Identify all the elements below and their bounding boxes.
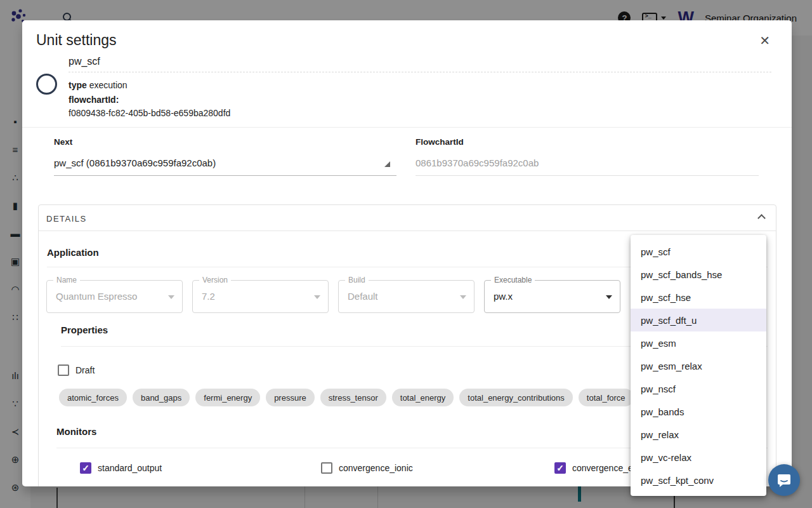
draft-checkbox[interactable] bbox=[58, 364, 69, 376]
next-value[interactable]: pw_scf (0861b9370a69c959fa92c0ab) bbox=[54, 157, 396, 168]
property-chip[interactable]: total_energy_contributions bbox=[459, 389, 573, 406]
flowchart-id-label-line: flowchartId: bbox=[69, 95, 119, 105]
property-chips: atomic_forces band_gaps fermi_energy pre… bbox=[59, 388, 681, 407]
dropdown-option[interactable]: pw_vc-relax bbox=[631, 446, 766, 469]
details-header-label: DETAILS bbox=[46, 214, 87, 224]
close-icon[interactable]: ✕ bbox=[759, 34, 770, 47]
properties-section-title: Properties bbox=[61, 324, 108, 335]
unit-node-icon bbox=[36, 74, 57, 95]
property-chip[interactable]: stress_tensor bbox=[320, 389, 386, 406]
caret-down-icon bbox=[168, 295, 174, 299]
flowchart-id-label: flowchartId: bbox=[69, 95, 119, 105]
executable-select-value: pw.x bbox=[494, 291, 513, 302]
dropdown-option[interactable]: pw_scf bbox=[631, 240, 766, 263]
build-select-value: Default bbox=[348, 291, 378, 302]
version-select-value: 7.2 bbox=[202, 291, 215, 302]
monitors-section-title: Monitors bbox=[56, 426, 96, 437]
executable-select[interactable]: Executable pw.x bbox=[484, 280, 620, 313]
type-label: type bbox=[69, 80, 87, 90]
property-chip[interactable]: total_energy bbox=[392, 389, 454, 406]
chevron-up-icon[interactable] bbox=[757, 214, 766, 222]
unit-name[interactable]: pw_scf bbox=[69, 56, 100, 67]
dropdown-option[interactable]: pw_scf_bands_hse bbox=[631, 263, 766, 286]
build-select: Build Default bbox=[338, 280, 475, 313]
dropdown-option[interactable]: pw_esm bbox=[631, 331, 766, 354]
draft-checkbox-row[interactable]: Draft bbox=[58, 364, 95, 376]
dropdown-option-selected[interactable]: pw_scf_dft_u bbox=[631, 309, 766, 331]
flowchart-id-value: f0809438-fc82-405b-bd58-e659ba280dfd bbox=[69, 108, 230, 118]
draft-label: Draft bbox=[75, 365, 95, 375]
screen: ? W Seminar Organization ▪ ≡ ∴ ▮ ▬ ▣ ◠ ∷… bbox=[0, 0, 812, 508]
dropdown-option[interactable]: pw_esm_relax bbox=[631, 354, 766, 377]
application-section-title: Application bbox=[47, 247, 99, 258]
dropdown-option[interactable]: pw_bands bbox=[631, 400, 766, 423]
type-value: execution bbox=[89, 80, 128, 90]
header-separator bbox=[22, 127, 792, 128]
caret-down-icon bbox=[606, 295, 612, 299]
dialog-title: Unit settings bbox=[36, 32, 117, 49]
convergence-electronic-checkbox[interactable]: ✓ bbox=[554, 462, 566, 474]
property-chip[interactable]: total_force bbox=[579, 389, 634, 406]
select-caret-icon bbox=[384, 161, 390, 167]
name-select-value: Quantum Espresso bbox=[56, 291, 137, 302]
convergence-ionic-checkbox[interactable] bbox=[321, 462, 332, 474]
details-header[interactable]: DETAILS bbox=[39, 205, 776, 231]
build-select-label: Build bbox=[345, 276, 369, 284]
flowchartid-label: FlowchartId bbox=[416, 137, 759, 147]
monitor-label: convergence_ionic bbox=[339, 463, 413, 473]
flowchartid-value: 0861b9370a69c959fa92c0ab bbox=[416, 157, 759, 168]
next-underline bbox=[54, 175, 396, 176]
monitor-label: standard_output bbox=[98, 463, 162, 473]
chat-launcher-button[interactable] bbox=[768, 464, 800, 496]
property-chip[interactable]: fermi_energy bbox=[195, 389, 260, 406]
name-select-label: Name bbox=[53, 276, 80, 284]
next-label: Next bbox=[54, 137, 396, 147]
dropdown-option[interactable]: pw_scf_hse bbox=[631, 286, 766, 309]
property-chip[interactable]: band_gaps bbox=[133, 389, 190, 406]
flowchartid-underline bbox=[416, 175, 759, 176]
executable-select-label: Executable bbox=[491, 276, 535, 284]
monitor-row[interactable]: convergence_ionic bbox=[321, 462, 413, 474]
version-select-label: Version bbox=[199, 276, 231, 284]
monitor-row[interactable]: ✓ standard_output bbox=[80, 462, 162, 474]
unit-type-line: type execution bbox=[69, 80, 128, 90]
dashed-separator bbox=[69, 72, 771, 72]
dropdown-option[interactable]: pw_relax bbox=[631, 423, 766, 446]
flowchartid-input: FlowchartId 0861b9370a69c959fa92c0ab bbox=[416, 137, 759, 176]
property-chip[interactable]: pressure bbox=[266, 389, 315, 406]
flavor-dropdown-menu: pw_scf pw_scf_bands_hse pw_scf_hse pw_sc… bbox=[631, 235, 766, 496]
dropdown-option[interactable]: pw_scf_kpt_conv bbox=[631, 469, 766, 491]
caret-down-icon bbox=[460, 295, 466, 299]
next-select[interactable]: Next pw_scf (0861b9370a69c959fa92c0ab) bbox=[54, 137, 396, 176]
name-select: Name Quantum Espresso bbox=[46, 280, 183, 313]
standard-output-checkbox[interactable]: ✓ bbox=[80, 462, 91, 474]
property-chip[interactable]: atomic_forces bbox=[59, 389, 127, 406]
dropdown-option[interactable]: pw_nscf bbox=[631, 377, 766, 400]
version-select: Version 7.2 bbox=[192, 280, 329, 313]
chat-icon bbox=[776, 472, 792, 488]
caret-down-icon bbox=[314, 295, 320, 299]
